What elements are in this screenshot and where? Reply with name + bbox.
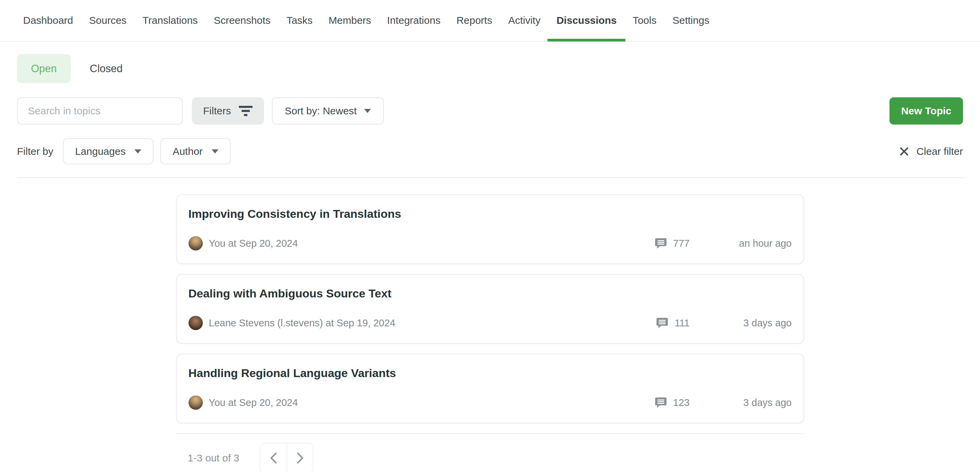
chevron-left-icon xyxy=(269,451,278,464)
tab-open[interactable]: Open xyxy=(17,54,71,83)
discussion-meta-right: 123 3 days ago xyxy=(654,396,791,409)
comment-count: 777 xyxy=(673,238,689,249)
chevron-down-icon xyxy=(212,149,218,154)
pager-buttons xyxy=(259,443,313,472)
section-divider xyxy=(17,177,965,178)
chevron-down-icon xyxy=(134,149,141,154)
previous-page-button[interactable] xyxy=(260,443,286,472)
discussion-meta-right: 777 an hour ago xyxy=(654,237,791,250)
languages-dropdown-label: Languages xyxy=(75,146,126,157)
avatar xyxy=(189,316,203,330)
close-icon xyxy=(899,146,910,157)
discussion-cards: Improving Consistency in Translations Yo… xyxy=(176,194,804,423)
chevron-right-icon xyxy=(296,451,305,464)
nav-item-discussions[interactable]: Discussions xyxy=(556,0,617,41)
nav-item-label: Tasks xyxy=(286,14,313,26)
nav-item-translations[interactable]: Translations xyxy=(143,0,198,41)
nav-item-screenshots[interactable]: Screenshots xyxy=(214,0,270,41)
filter-by-label: Filter by xyxy=(17,146,53,157)
sort-by-dropdown[interactable]: Sort by: Newest xyxy=(272,97,384,124)
nav-item-label: Tools xyxy=(633,14,656,26)
discussion-title[interactable]: Handling Regional Language Variants xyxy=(189,367,792,380)
tab-open-label: Open xyxy=(31,63,57,75)
nav-item-label: Screenshots xyxy=(214,14,270,26)
discussion-author-line: You at Sep 20, 2024 xyxy=(209,238,298,249)
discussion-list: Improving Consistency in Translations Yo… xyxy=(176,194,804,472)
discussion-meta-right: 111 3 days ago xyxy=(655,316,791,330)
discussion-title[interactable]: Dealing with Ambiguous Source Text xyxy=(189,287,792,300)
discussion-meta: You at Sep 20, 2024 777 an hour ago xyxy=(189,236,792,251)
comment-count: 111 xyxy=(675,318,689,329)
author-dropdown-label: Author xyxy=(172,146,202,157)
comment-count: 123 xyxy=(673,397,689,408)
nav-item-sources[interactable]: Sources xyxy=(89,0,127,41)
nav-item-members[interactable]: Members xyxy=(329,0,371,41)
author-dropdown[interactable]: Author xyxy=(160,138,231,164)
pagination-summary: 1-3 out of 3 xyxy=(188,452,240,464)
discussion-card[interactable]: Handling Regional Language Variants You … xyxy=(176,354,804,423)
nav-item-reports[interactable]: Reports xyxy=(456,0,492,41)
status-tabs: Open Closed xyxy=(17,54,980,83)
sort-by-label: Sort by: Newest xyxy=(285,105,357,117)
discussion-card[interactable]: Improving Consistency in Translations Yo… xyxy=(176,194,804,264)
nav-item-label: Translations xyxy=(143,14,198,26)
clear-filter-button[interactable]: Clear filter xyxy=(899,146,963,157)
nav-item-label: Settings xyxy=(672,14,709,26)
nav-item-tasks[interactable]: Tasks xyxy=(286,0,313,41)
filter-bar: Filter by Languages Author Clear filter xyxy=(17,138,963,164)
languages-dropdown[interactable]: Languages xyxy=(63,138,153,164)
nav-item-tools[interactable]: Tools xyxy=(633,0,656,41)
new-topic-button[interactable]: New Topic xyxy=(889,97,963,124)
nav-item-integrations[interactable]: Integrations xyxy=(387,0,441,41)
discussion-card[interactable]: Dealing with Ambiguous Source Text Leane… xyxy=(176,274,804,344)
toolbar: Filters Sort by: Newest New Topic xyxy=(17,97,963,124)
discussion-author-line: Leane Stevens (l.stevens) at Sep 19, 202… xyxy=(209,318,395,329)
filters-button[interactable]: Filters xyxy=(192,97,264,124)
chevron-down-icon xyxy=(364,109,371,113)
primary-nav: Dashboard Sources Translations Screensho… xyxy=(0,0,980,41)
nav-item-label: Dashboard xyxy=(23,14,73,26)
nav-item-label: Integrations xyxy=(387,14,441,26)
pagination: 1-3 out of 3 xyxy=(176,433,804,472)
clear-filter-label: Clear filter xyxy=(916,146,963,157)
new-topic-label: New Topic xyxy=(901,105,951,117)
nav-item-label: Activity xyxy=(508,14,540,26)
search-input[interactable] xyxy=(17,97,183,124)
discussion-meta: Leane Stevens (l.stevens) at Sep 19, 202… xyxy=(189,316,792,330)
nav-item-activity[interactable]: Activity xyxy=(508,0,540,41)
nav-item-label: Reports xyxy=(456,14,492,26)
discussion-timestamp: 3 days ago xyxy=(730,397,792,408)
discussion-author-line: You at Sep 20, 2024 xyxy=(209,397,298,408)
comment-bubble-icon xyxy=(655,316,669,330)
comment-bubble-icon xyxy=(654,396,668,409)
nav-item-label: Members xyxy=(329,14,371,26)
nav-item-label: Discussions xyxy=(556,14,617,26)
comment-bubble-icon xyxy=(654,237,668,250)
nav-item-label: Sources xyxy=(89,14,127,26)
avatar xyxy=(189,236,203,251)
avatar xyxy=(189,396,203,410)
tab-closed[interactable]: Closed xyxy=(90,63,123,75)
discussion-timestamp: 3 days ago xyxy=(730,318,792,329)
discussion-title[interactable]: Improving Consistency in Translations xyxy=(189,207,792,221)
discussion-meta: You at Sep 20, 2024 123 3 days ago xyxy=(189,396,792,410)
discussion-timestamp: an hour ago xyxy=(730,238,792,249)
nav-item-dashboard[interactable]: Dashboard xyxy=(23,0,73,41)
nav-item-settings[interactable]: Settings xyxy=(672,0,709,41)
next-page-button[interactable] xyxy=(286,443,313,472)
filter-lines-icon xyxy=(239,104,253,118)
tab-closed-label: Closed xyxy=(90,63,123,75)
filters-button-label: Filters xyxy=(203,105,231,117)
